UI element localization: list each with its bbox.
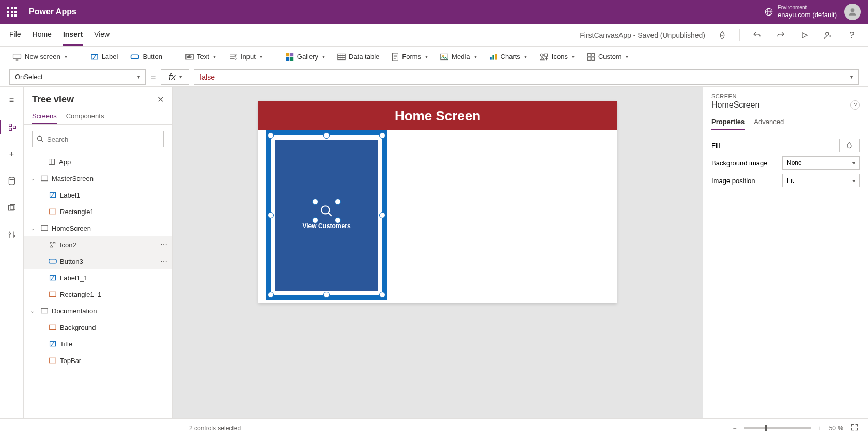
- insert-input-button[interactable]: Input▾: [225, 51, 266, 63]
- tab-view[interactable]: View: [94, 24, 110, 46]
- node-title[interactable]: Title: [24, 336, 172, 352]
- formula-bar: OnSelect ▾ = fx▾ false ▾: [0, 67, 868, 87]
- svg-line-53: [41, 140, 43, 142]
- play-button[interactable]: [798, 28, 811, 42]
- insert-label-button[interactable]: Label: [87, 51, 121, 63]
- node-rectangle1[interactable]: Rectangle1: [24, 203, 172, 220]
- new-screen-label: New screen: [25, 53, 60, 61]
- text-icon: ab: [185, 54, 194, 60]
- zoom-in-button[interactable]: +: [818, 425, 822, 432]
- canvas[interactable]: Home Screen View Customers: [173, 87, 703, 418]
- new-screen-button[interactable]: New screen▾: [9, 51, 70, 63]
- props-tab-properties[interactable]: Properties: [711, 115, 745, 130]
- insert-custom-button[interactable]: Custom▾: [584, 51, 631, 63]
- label-icon: [90, 53, 99, 61]
- insert-media-button[interactable]: Media▾: [437, 51, 479, 63]
- tab-insert[interactable]: Insert: [63, 24, 83, 46]
- rail-advanced[interactable]: [5, 228, 19, 242]
- svg-point-36: [540, 54, 543, 56]
- node-rectangle1-1[interactable]: Rectangle1_1: [24, 286, 172, 303]
- zoom-value: 50 %: [829, 425, 843, 432]
- insert-button-button[interactable]: Button: [127, 51, 165, 63]
- node-button3[interactable]: Button3⋯: [24, 253, 172, 269]
- tab-file[interactable]: File: [9, 24, 21, 46]
- svg-rect-42: [9, 124, 11, 127]
- node-documentation[interactable]: ⌵Documentation: [24, 303, 172, 319]
- tree-search-input[interactable]: [47, 135, 159, 143]
- environment-name: enayu.com (default): [778, 11, 837, 19]
- person-icon: [847, 7, 858, 17]
- card-label: View Customers: [302, 222, 350, 230]
- close-tree-icon[interactable]: ✕: [157, 95, 164, 104]
- prop-imgpos-label: Image position: [711, 177, 755, 185]
- environment-picker[interactable]: Environment enayu.com (default): [764, 5, 837, 19]
- help-button[interactable]: ?: [845, 28, 859, 42]
- props-tab-advanced[interactable]: Advanced: [754, 115, 784, 130]
- insert-charts-button[interactable]: Charts▾: [486, 51, 530, 63]
- rail-treeview[interactable]: [0, 120, 23, 134]
- node-topbar[interactable]: TopBar: [24, 352, 172, 369]
- undo-button[interactable]: [750, 28, 764, 42]
- rail-media[interactable]: [5, 201, 19, 215]
- svg-rect-20: [286, 57, 289, 60]
- app-checker-icon[interactable]: [716, 28, 729, 42]
- app-launcher-icon[interactable]: [7, 7, 17, 17]
- node-masterscreen[interactable]: ⌵MasterScreen: [24, 170, 172, 187]
- selected-button-card[interactable]: View Customers: [266, 130, 388, 300]
- node-icon2[interactable]: Icon2⋯: [24, 236, 172, 253]
- zoom-out-button[interactable]: −: [733, 425, 737, 432]
- insert-gallery-button[interactable]: Gallery▾: [283, 51, 328, 63]
- insert-forms-button[interactable]: Forms▾: [389, 51, 431, 63]
- fit-to-window-button[interactable]: [850, 423, 859, 433]
- tab-home[interactable]: Home: [33, 24, 52, 46]
- svg-point-52: [37, 136, 41, 140]
- prop-fill-label: Fill: [711, 142, 720, 149]
- prop-bgimage-label: Background image: [711, 159, 767, 167]
- redo-button[interactable]: [774, 28, 787, 42]
- node-label1-1[interactable]: Label1_1: [24, 269, 172, 286]
- global-header: Power Apps Environment enayu.com (defaul…: [0, 0, 868, 24]
- insert-datatable-label: Data table: [349, 53, 379, 61]
- search-icon: [37, 135, 44, 143]
- prop-fill-value[interactable]: [839, 139, 860, 152]
- prop-imgpos-value[interactable]: Fit▾: [782, 174, 860, 187]
- prop-bgimage-value[interactable]: None▾: [782, 156, 860, 170]
- node-app[interactable]: App: [24, 154, 172, 170]
- props-help-icon[interactable]: ?: [850, 100, 860, 110]
- left-rail: ≡ +: [0, 87, 24, 418]
- rail-hamburger[interactable]: ≡: [5, 93, 19, 108]
- insert-ribbon: New screen▾ Label Button ab Text▾ Input▾…: [0, 47, 868, 67]
- tree-search[interactable]: [32, 131, 164, 147]
- svg-rect-56: [41, 176, 48, 180]
- insert-datatable-button[interactable]: Data table: [334, 51, 382, 63]
- zoom-slider[interactable]: [744, 427, 811, 429]
- tree-tab-components[interactable]: Components: [66, 109, 104, 124]
- svg-rect-33: [490, 57, 491, 60]
- share-button[interactable]: [822, 28, 835, 42]
- screen-header: Home Screen: [258, 101, 617, 130]
- node-background[interactable]: Background: [24, 319, 172, 336]
- custom-icon: [587, 53, 595, 61]
- insert-icons-button[interactable]: Icons▾: [536, 51, 578, 63]
- menu-bar: File Home Insert View FirstCanvasApp - S…: [0, 24, 868, 47]
- tree-tab-screens[interactable]: Screens: [32, 109, 57, 124]
- svg-point-51: [13, 235, 14, 237]
- rail-data[interactable]: [5, 174, 19, 188]
- more-icon[interactable]: ⋯: [160, 257, 168, 265]
- property-dropdown[interactable]: OnSelect ▾: [9, 69, 146, 85]
- node-homescreen[interactable]: ⌵HomeScreen: [24, 220, 172, 236]
- input-icon: [228, 53, 238, 61]
- node-label1[interactable]: Label1: [24, 187, 172, 203]
- homescreen-preview[interactable]: Home Screen View Customers: [258, 101, 617, 303]
- rail-insert[interactable]: +: [5, 147, 19, 161]
- fx-button[interactable]: fx▾: [161, 69, 189, 85]
- user-avatar[interactable]: [844, 4, 861, 20]
- insert-text-button[interactable]: ab Text▾: [182, 51, 219, 63]
- formula-input[interactable]: false ▾: [194, 69, 859, 85]
- more-icon[interactable]: ⋯: [160, 240, 168, 249]
- charts-icon: [489, 53, 498, 61]
- svg-rect-59: [50, 209, 56, 214]
- svg-point-3: [851, 8, 855, 12]
- document-title: FirstCanvasApp - Saved (Unpublished): [580, 31, 705, 39]
- svg-rect-67: [41, 308, 48, 313]
